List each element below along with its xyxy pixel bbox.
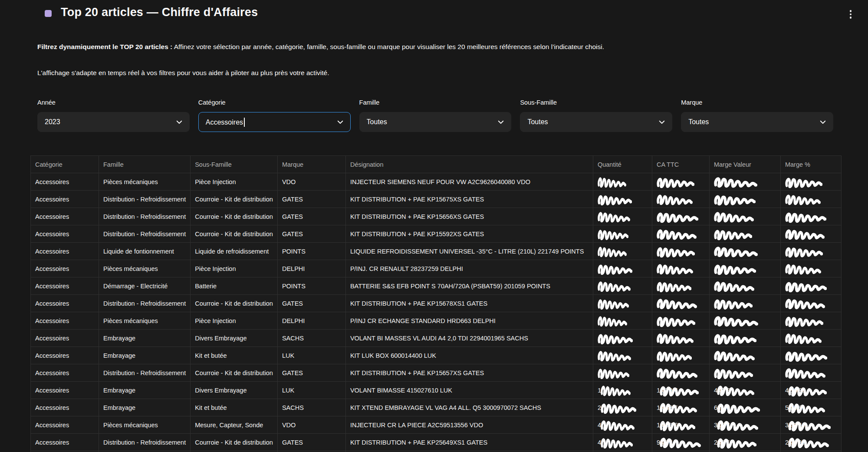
cell-sous-famille: Divers Embrayage	[191, 330, 278, 347]
cell-marque: LUK	[277, 382, 345, 399]
filter-select[interactable]: Toutes	[681, 112, 833, 132]
table-row: Accessoires Démarrage - Electricité Batt…	[31, 277, 842, 295]
redaction-scribble	[598, 280, 631, 292]
cell-marque: LUK	[277, 347, 345, 364]
redaction-scribble	[598, 245, 627, 257]
redacted-value-fragment: 1 048 €	[657, 404, 677, 411]
cell-ca-ttc	[652, 312, 709, 330]
filter-famille: Famille Toutes	[359, 98, 512, 132]
cell-sous-famille: Kit et butée	[191, 399, 278, 416]
cell-designation: P/INJ CR ECHANGE STANDARD HRD663 DELPHI	[345, 312, 593, 330]
cell-quantite	[593, 243, 652, 260]
filter-select[interactable]: Accessoires	[198, 112, 351, 132]
cell-marge-valeur: 246 €	[709, 434, 780, 451]
cell-marque: GATES	[277, 208, 345, 225]
cell-ca-ttc	[652, 295, 709, 312]
cell-ca-ttc: 1 048 €	[652, 399, 709, 416]
redaction-scribble	[714, 366, 753, 379]
cell-marge-valeur	[709, 173, 780, 191]
redaction-scribble	[657, 228, 697, 240]
redaction-scribble	[657, 245, 695, 258]
filter-select[interactable]: Toutes	[520, 112, 672, 132]
redaction-scribble	[657, 210, 699, 223]
cell-designation: VOLANT BI MASSES VL AUDI A4 2,0 TDI 2294…	[345, 330, 593, 347]
filter-label: Catégorie	[198, 98, 351, 107]
cell-marge-valeur: 449 €	[709, 382, 780, 399]
cell-designation: KIT DISTRIBUTION + PAE KP15657XS GATES	[345, 364, 593, 382]
cell-designation: P/INJ. CR RENAULT 28237259 DELPHI	[345, 260, 593, 277]
cell-marque: POINTS	[277, 277, 345, 295]
cell-sous-famille: Pièce Injection	[191, 173, 278, 191]
column-header-ca-ttc: CA TTC	[652, 156, 709, 173]
filter-select[interactable]: 2023	[37, 112, 190, 132]
redaction-scribble	[601, 384, 631, 396]
redaction-scribble	[714, 314, 758, 327]
cell-quantite	[593, 277, 652, 295]
cell-sous-famille: Courroie - Kit de distribution	[191, 191, 278, 208]
cell-quantite	[593, 260, 652, 277]
column-header-designation: Désignation	[345, 156, 593, 173]
cell-marge-pct	[780, 330, 841, 347]
table-row: Accessoires Distribution - Refroidisseme…	[31, 364, 842, 382]
cell-famille: Distribution - Refroidissement	[99, 295, 191, 312]
cell-marque: VDO	[277, 416, 345, 434]
cell-designation: KIT DISTRIBUTION + PAE KP15592XS GATES	[345, 225, 593, 243]
table-row: Accessoires Pièces mécaniques Pièce Inje…	[31, 312, 842, 330]
page-header: Top 20 articles — Chiffre d'Affaires	[45, 6, 258, 19]
cell-categorie: Accessoires	[31, 434, 99, 451]
cell-quantite	[593, 312, 652, 330]
cell-ca-ttc	[652, 277, 709, 295]
table-row: Accessoires Embrayage Divers Embrayage L…	[31, 382, 842, 399]
cell-categorie: Accessoires	[31, 277, 99, 295]
redaction-scribble	[714, 192, 756, 205]
kebab-menu-icon[interactable]	[847, 9, 855, 20]
redaction-scribble	[785, 228, 825, 240]
redaction-scribble	[657, 332, 694, 344]
filter-label: Marque	[681, 98, 833, 107]
table-row: Accessoires Embrayage Divers Embrayage S…	[31, 330, 842, 347]
redaction-scribble	[601, 419, 635, 431]
table-row: Accessoires Pièces mécaniques Pièce Inje…	[31, 173, 842, 191]
cell-categorie: Accessoires	[31, 260, 99, 277]
cell-marque: GATES	[277, 191, 345, 208]
cell-categorie: Accessoires	[31, 330, 99, 347]
cell-marge-pct: 34.9 %	[780, 416, 841, 434]
redaction-scribble	[598, 262, 633, 275]
cell-ca-ttc: 1 070 €	[652, 382, 709, 399]
cell-quantite: 4	[593, 416, 652, 434]
cell-famille: Distribution - Refroidissement	[99, 191, 191, 208]
cell-sous-famille: Courroie - Kit de distribution	[191, 364, 278, 382]
cell-marque: VDO	[277, 173, 345, 191]
cell-marge-valeur	[709, 347, 780, 364]
filter-selected-value: Toutes	[688, 118, 709, 126]
text-cursor	[244, 118, 245, 127]
cell-categorie: Accessoires	[31, 312, 99, 330]
redaction-scribble	[598, 175, 626, 188]
cell-marge-valeur	[709, 295, 780, 312]
redaction-scribble	[714, 245, 758, 257]
redaction-scribble	[657, 175, 695, 188]
redaction-scribble	[598, 349, 631, 362]
cell-marge-pct	[780, 208, 841, 225]
redacted-value-fragment: 34.9 %	[785, 422, 805, 429]
cell-quantite	[593, 173, 652, 191]
cell-categorie: Accessoires	[31, 225, 99, 243]
column-header-marque: Marque	[277, 156, 345, 173]
redaction-scribble	[598, 228, 629, 240]
cell-famille: Embrayage	[99, 347, 191, 364]
table-row: Accessoires Distribution - Refroidisseme…	[31, 191, 842, 208]
column-header-quantite: Quantité	[593, 156, 652, 173]
cell-marge-valeur	[709, 364, 780, 382]
redaction-scribble	[785, 314, 824, 327]
filter-select[interactable]: Toutes	[359, 112, 512, 132]
cell-designation: INJECTEUR SIEMENS NEUF POUR VW A2C962604…	[345, 173, 593, 191]
cell-famille: Embrayage	[99, 399, 191, 416]
top20-table: CatégorieFamilleSous-FamilleMarqueDésign…	[30, 155, 842, 452]
cell-marge-pct	[780, 364, 841, 382]
chevron-down-icon	[175, 118, 183, 126]
cell-ca-ttc: 1 038 €	[652, 416, 709, 434]
filter-selected-value: Accessoires	[206, 118, 245, 127]
cell-ca-ttc	[652, 208, 709, 225]
cell-designation: BATTERIE S&S EFB POINT S 70AH/720A (PSBA…	[345, 277, 593, 295]
table-row: Accessoires Distribution - Refroidisseme…	[31, 225, 842, 243]
